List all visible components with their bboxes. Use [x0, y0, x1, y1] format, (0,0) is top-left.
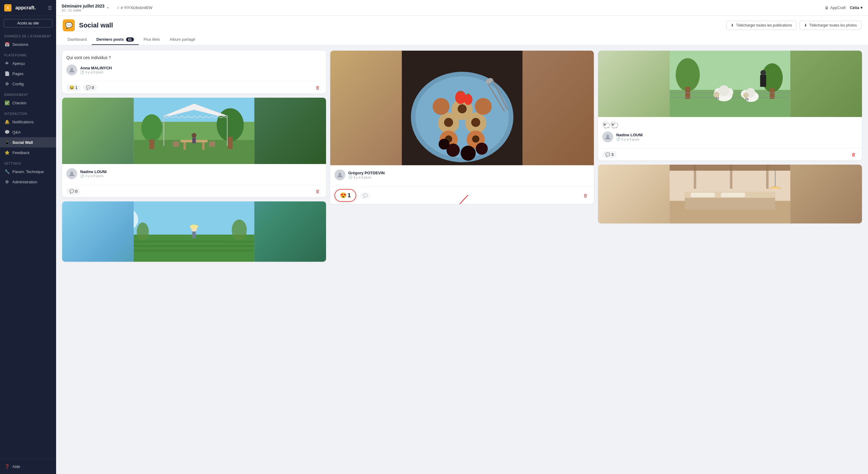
svg-point-76 — [761, 70, 766, 75]
section-label-donnees: DONNÉES DE L'ÉVÉNEMENT — [0, 30, 56, 39]
svg-rect-74 — [747, 98, 749, 100]
download-photos-button[interactable]: ⬇ Télécharger toutes les photos — [800, 21, 861, 30]
svg-rect-21 — [134, 245, 254, 247]
svg-rect-82 — [694, 165, 696, 189]
sw-body: Qui sont ces individus ? Anna MALINYCH 🕐 — [56, 45, 868, 474]
event-dates: 10 - 11 Juillet — [62, 8, 104, 12]
author-name: Nadine LOUNI — [616, 133, 642, 137]
svg-rect-7 — [149, 139, 154, 149]
post-image — [62, 201, 326, 262]
svg-point-77 — [607, 135, 609, 137]
help-icon: ❓ — [4, 464, 10, 469]
svg-point-26 — [190, 225, 198, 228]
column-3: 🐑🐑 Nadine LOUNI 🕐 il y a 9 jours — [598, 51, 862, 223]
sidebar-item-feedback[interactable]: ⭐ Feedback — [0, 148, 56, 158]
sw-tabs: Dashboard Derniers posts 61 Plus likés A… — [63, 34, 861, 45]
sidebar-item-pages[interactable]: 📄 Pages — [0, 68, 56, 79]
svg-rect-20 — [134, 241, 254, 243]
reaction-count: 1 — [348, 192, 351, 199]
sidebar-item-apercu[interactable]: 👁 Aperçu — [0, 58, 56, 68]
section-label-settings: SETTINGS — [0, 158, 56, 166]
topbar-right: 🖥 AppCraft Célia ▾ — [825, 5, 863, 10]
reaction-button[interactable]: 😂 1 — [66, 84, 81, 91]
clock-icon: 🕐 — [616, 137, 620, 141]
avatar — [66, 168, 77, 179]
svg-rect-88 — [721, 193, 745, 197]
download-posts-button[interactable]: ⬇ Télécharger toutes les publications — [726, 21, 796, 30]
sidebar-item-label: Aide — [12, 464, 20, 469]
download-photos-label: Télécharger toutes les photos — [809, 23, 857, 27]
hash-icon: # — [117, 6, 119, 10]
checkin-icon: ✅ — [4, 100, 10, 105]
svg-point-24 — [136, 223, 149, 241]
comment-button[interactable]: 💬 0 — [83, 84, 97, 91]
delete-button[interactable]: 🗑 — [582, 192, 590, 199]
sidebar-item-label: Config — [12, 82, 24, 86]
tab-derniers-posts[interactable]: Derniers posts 61 — [92, 34, 139, 45]
pages-icon: 📄 — [4, 71, 10, 76]
avatar — [335, 169, 345, 180]
author-time: 🕐 il y a 9 jours — [80, 174, 106, 178]
menu-toggle-icon[interactable]: ☰ — [48, 5, 52, 11]
post-author: Grégory POTDEVIN 🕐 il y a 9 jours — [335, 169, 590, 180]
section-label-plateforme: PLATEFORME — [0, 50, 56, 58]
author-info: Anna MALINYCH 🕐 il y a 9 jours — [80, 66, 112, 74]
post-author: Anna MALINYCH 🕐 il y a 9 jours — [66, 65, 322, 75]
svg-point-42 — [472, 135, 479, 143]
post-reactions: 💬 0 — [66, 188, 81, 195]
delete-button[interactable]: 🗑 — [314, 188, 322, 194]
highlighted-reaction-button[interactable]: 😍 1 — [335, 189, 356, 202]
sidebar-item-social-wall[interactable]: 📱 Social Wall — [0, 137, 56, 148]
post-card-content: Qui sont ces individus ? Anna MALINYCH 🕐 — [62, 51, 326, 82]
event-selector[interactable]: Séminaire juillet 2023 10 - 11 Juillet ▾ — [62, 4, 108, 12]
svg-point-44 — [464, 94, 472, 105]
author-time: 🕐 il y a 9 jours — [348, 175, 385, 179]
svg-rect-84 — [766, 165, 769, 189]
sidebar-item-label: Aperçu — [12, 61, 25, 66]
svg-point-0 — [70, 68, 73, 70]
delete-button[interactable]: 🗑 — [314, 85, 322, 91]
tab-derniers-posts-label: Derniers posts — [96, 37, 124, 42]
comment-button[interactable]: 💬 — [360, 192, 371, 199]
page-content: 💬 Social wall ⬇ Télécharger toutes les p… — [56, 16, 868, 474]
brand-icon: 🖥 — [825, 5, 829, 10]
wrench-icon: 🔧 — [4, 169, 10, 174]
tab-dashboard-label: Dashboard — [67, 37, 87, 42]
column-2: Grégory POTDEVIN 🕐 il y a 9 jours — [330, 51, 594, 204]
comment-button[interactable]: 💬 0 — [66, 188, 81, 195]
sidebar-item-notifications[interactable]: 🔔 Notifications — [0, 117, 56, 127]
user-menu[interactable]: Célia ▾ — [850, 5, 863, 10]
tab-dashboard[interactable]: Dashboard — [63, 34, 92, 45]
post-footer: 💬 0 🗑 — [62, 185, 326, 197]
author-info: Nadine LOUNI 🕐 il y a 9 jours — [80, 169, 106, 178]
sidebar-item-administration[interactable]: ⚙ Administration — [0, 177, 56, 187]
sidebar-item-qa[interactable]: 💬 Q&A — [0, 127, 56, 137]
comment-button[interactable]: 💬 3 — [602, 151, 617, 158]
svg-point-39 — [471, 118, 480, 127]
svg-rect-11 — [183, 142, 186, 150]
svg-rect-13 — [173, 141, 179, 147]
sidebar-item-param-technique[interactable]: 🔧 Param. Technique — [0, 166, 56, 177]
acces-site-button[interactable]: Accès au site — [4, 19, 53, 27]
social-wall-icon: 📱 — [4, 140, 10, 145]
gear-icon: ⚙ — [4, 180, 10, 184]
sidebar-item-label: Q&A — [12, 130, 21, 134]
svg-rect-16 — [192, 138, 196, 143]
event-name: Séminaire juillet 2023 — [62, 4, 104, 8]
calendar-icon: 📅 — [4, 42, 10, 47]
app-name: appcraft. — [16, 5, 36, 10]
delete-button[interactable]: 🗑 — [849, 151, 858, 158]
tab-plus-likes[interactable]: Plus likés — [139, 34, 165, 45]
sidebar-item-config[interactable]: ⚙ Config — [0, 79, 56, 89]
sidebar-item-sessions[interactable]: 📅 Sessions — [0, 39, 56, 50]
chat-icon: 💬 — [4, 130, 10, 134]
post-card — [598, 165, 862, 223]
author-time: 🕐 il y a 9 jours — [616, 137, 642, 141]
sidebar-item-checkin[interactable]: ✅ Checkin — [0, 98, 56, 108]
tab-album-partage[interactable]: Album partagé — [165, 34, 200, 45]
svg-rect-87 — [691, 193, 715, 197]
user-name: Célia — [850, 5, 859, 10]
author-info: Grégory POTDEVIN 🕐 il y a 9 jours — [348, 171, 385, 179]
sidebar-item-aide[interactable]: ❓ Aide — [0, 461, 56, 472]
appcraft-brand: 🖥 AppCraft — [825, 5, 846, 10]
